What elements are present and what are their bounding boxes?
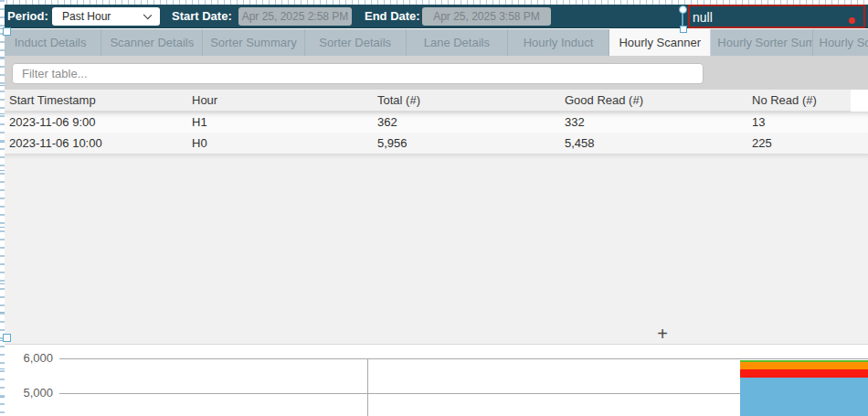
cell-no-read: 13 [743, 112, 868, 133]
cell-start-timestamp: 2023-11-06 10:00 [0, 133, 183, 154]
selection-resize-handle-left-top[interactable] [3, 27, 11, 36]
column-header-start-timestamp[interactable]: Start Timestamp [0, 90, 183, 111]
end-date-input[interactable] [422, 7, 551, 26]
hourly-scanner-chart: 6,000 5,000 [0, 345, 868, 416]
selection-resize-handle-left-bottom[interactable] [3, 334, 11, 342]
cell-hour: H1 [183, 112, 368, 133]
bar-segment-red [740, 369, 868, 378]
tab-induct-details[interactable]: Induct Details [0, 29, 101, 56]
period-select-value: Past Hour [62, 10, 111, 23]
chevron-down-icon [143, 11, 152, 19]
editor-ruler-vertical [0, 0, 5, 416]
selection-anchor-dot[interactable] [679, 5, 687, 14]
table-header: Start Timestamp Hour Total (#) Good Read… [0, 90, 868, 112]
column-header-no-read[interactable]: No Read (#) [743, 90, 851, 111]
column-header-hour[interactable]: Hour [183, 90, 368, 111]
table-empty-area: + [0, 154, 868, 345]
stacked-bar [740, 360, 868, 416]
cell-good-read: 332 [556, 112, 743, 133]
cell-good-read: 5,458 [556, 133, 743, 154]
bar-segment-blue-good-read [740, 378, 868, 416]
selection-resize-handle-top[interactable] [680, 26, 687, 33]
tab-hourly-scanner[interactable]: Hourly Scanner [609, 29, 711, 56]
tab-sorter-details[interactable]: Sorter Details [305, 29, 407, 56]
filter-table-input[interactable] [12, 63, 704, 84]
column-header-good-read[interactable]: Good Read (#) [556, 90, 743, 111]
editor-ruler-horizontal [0, 0, 868, 5]
cell-no-read: 225 [743, 133, 868, 154]
cell-start-timestamp: 2023-11-06 9:00 [0, 112, 183, 133]
tab-lane-details[interactable]: Lane Details [407, 29, 508, 56]
tab-scanner-details[interactable]: Scanner Details [101, 29, 203, 56]
cell-hour: H0 [183, 133, 368, 154]
table-row[interactable]: 2023-11-06 9:00 H1 362 332 13 [0, 112, 868, 133]
error-indicator-dot-icon [849, 17, 855, 24]
add-plus-icon[interactable]: + [651, 324, 673, 344]
start-date-label: Start Date: [172, 5, 232, 28]
period-select[interactable]: Past Hour [52, 7, 160, 26]
y-axis-tick-6000: 6,000 [7, 352, 53, 365]
x-axis-gridline [367, 358, 368, 416]
tab-hourly-sorter-details[interactable]: Hourly Sort [813, 29, 868, 56]
y-axis-tick-5000: 5,000 [7, 387, 53, 400]
error-null-field[interactable]: null [688, 5, 865, 28]
error-null-value: null [693, 8, 713, 27]
period-label: Period: [7, 5, 48, 28]
tab-hourly-sorter-summary[interactable]: Hourly Sorter Summar [711, 29, 812, 56]
tab-bar: Induct Details Scanner Details Sorter Su… [0, 29, 868, 56]
end-date-label: End Date: [365, 5, 420, 28]
table-row[interactable]: 2023-11-06 10:00 H0 5,956 5,458 225 [0, 133, 868, 154]
column-header-total[interactable]: Total (#) [368, 90, 556, 111]
tab-sorter-summary[interactable]: Sorter Summary [203, 29, 304, 56]
app-canvas: Period: Past Hour Start Date: End Date: … [0, 0, 868, 416]
bar-segment-orange [740, 362, 868, 369]
cell-total: 5,956 [368, 133, 556, 154]
filter-panel [0, 56, 868, 90]
tab-hourly-induct[interactable]: Hourly Induct [508, 29, 609, 56]
cell-total: 362 [368, 112, 556, 133]
start-date-input[interactable] [238, 7, 352, 26]
